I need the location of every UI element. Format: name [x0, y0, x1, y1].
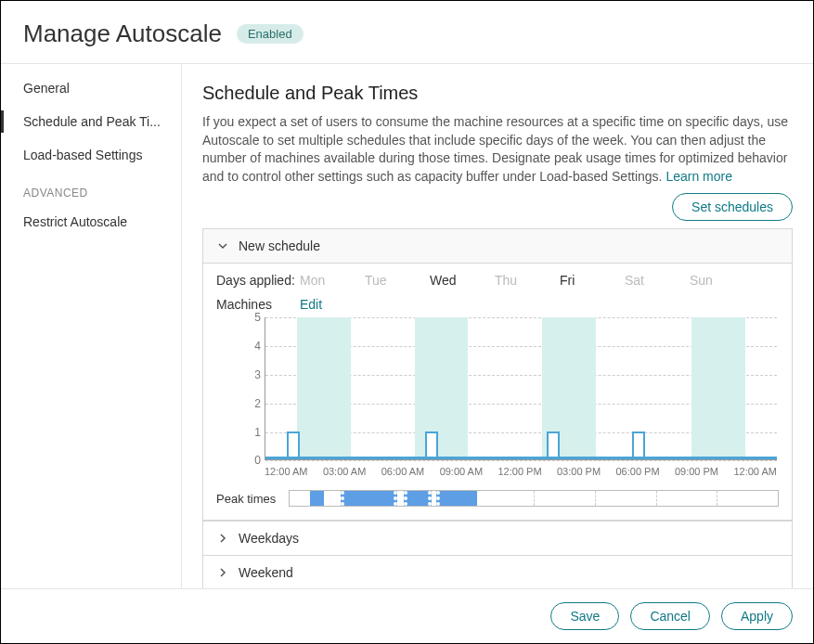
schedules-accordion: New schedule Days applied: Mon Tue Wed T… — [202, 228, 793, 588]
edit-machines-link[interactable]: Edit — [300, 297, 322, 312]
accordion-header-weekdays[interactable]: Weekdays — [203, 521, 792, 555]
set-schedules-button[interactable]: Set schedules — [672, 193, 793, 221]
learn-more-link[interactable]: Learn more — [665, 169, 732, 184]
chart-bar — [547, 431, 560, 460]
page-title: Schedule and Peak Times — [202, 83, 793, 104]
peak-times-label: Peak times — [216, 492, 285, 506]
days-applied-label: Days applied: — [216, 273, 300, 288]
cancel-button[interactable]: Cancel — [630, 602, 710, 630]
x-tick: 06:00 PM — [615, 466, 659, 477]
day-fri: Fri — [560, 273, 625, 288]
x-tick: 09:00 PM — [675, 466, 718, 477]
x-tick: 03:00 AM — [323, 466, 366, 477]
sidebar-item-schedule[interactable]: Schedule and Peak Ti... — [1, 105, 181, 138]
chevron-down-icon — [216, 239, 229, 252]
machines-row: Machines Edit — [216, 297, 779, 312]
machines-label: Machines — [216, 297, 300, 312]
chart-bar — [632, 431, 645, 460]
autoscale-dialog: Manage Autoscale Enabled General Schedul… — [0, 0, 814, 644]
peak-times-bar[interactable] — [289, 490, 779, 507]
x-axis-ticks: 12:00 AM03:00 AM06:00 AM09:00 AM12:00 PM… — [265, 466, 777, 477]
page-description: If you expect a set of users to consume … — [202, 113, 793, 186]
sidebar: General Schedule and Peak Ti... Load-bas… — [1, 64, 182, 588]
y-tick: 5 — [216, 311, 261, 324]
status-badge: Enabled — [237, 24, 304, 44]
peak-segment[interactable] — [341, 491, 397, 506]
peak-segment[interactable] — [404, 491, 433, 506]
chart-plot — [265, 317, 777, 460]
y-tick: 0 — [216, 454, 261, 467]
day-thu: Thu — [495, 273, 560, 288]
chart-shade — [691, 317, 744, 459]
accordion-title: Weekend — [239, 565, 293, 580]
day-sun: Sun — [690, 273, 755, 288]
chart-shade — [415, 317, 468, 459]
day-mon: Mon — [300, 273, 365, 288]
content-area: Schedule and Peak Times If you expect a … — [182, 64, 813, 588]
accordion-title: New schedule — [239, 238, 320, 253]
sidebar-section-advanced: ADVANCED — [1, 172, 181, 205]
save-button[interactable]: Save — [550, 602, 619, 630]
chart-bar — [425, 431, 438, 460]
peak-segment[interactable] — [436, 491, 477, 506]
chart-baseline — [265, 457, 777, 459]
day-sat: Sat — [625, 273, 690, 288]
chart-shade — [297, 317, 350, 459]
accordion-header-weekend[interactable]: Weekend — [203, 555, 792, 588]
accordion-body-new: Days applied: Mon Tue Wed Thu Fri Sat Su… — [203, 264, 792, 521]
x-tick: 12:00 PM — [498, 466, 542, 477]
days-applied-row: Days applied: Mon Tue Wed Thu Fri Sat Su… — [216, 273, 779, 288]
y-tick: 1 — [216, 426, 261, 439]
dialog-footer: Save Cancel Apply — [1, 588, 813, 643]
sidebar-item-load[interactable]: Load-based Settings — [1, 138, 181, 172]
x-tick: 09:00 AM — [440, 466, 483, 477]
peak-times-row: Peak times — [216, 490, 779, 507]
accordion-header-new[interactable]: New schedule — [203, 229, 792, 264]
dialog-header: Manage Autoscale Enabled — [1, 1, 813, 64]
chevron-right-icon — [216, 532, 229, 545]
machines-chart: 12:00 AM03:00 AM06:00 AM09:00 AM12:00 PM… — [216, 317, 779, 475]
x-tick: 12:00 AM — [733, 466, 776, 477]
day-tue: Tue — [365, 273, 430, 288]
x-tick: 03:00 PM — [557, 466, 601, 477]
apply-button[interactable]: Apply — [721, 602, 793, 630]
y-tick: 4 — [216, 340, 261, 353]
dialog-title: Manage Autoscale — [23, 19, 222, 48]
chart-bar — [287, 431, 300, 460]
day-wed: Wed — [430, 273, 495, 288]
x-tick: 12:00 AM — [265, 466, 307, 477]
sidebar-item-restrict[interactable]: Restrict Autoscale — [1, 205, 181, 238]
peak-segment[interactable] — [310, 491, 324, 506]
x-tick: 06:00 AM — [381, 466, 424, 477]
chevron-right-icon — [216, 566, 229, 579]
accordion-title: Weekdays — [239, 531, 299, 546]
sidebar-item-general[interactable]: General — [1, 71, 181, 105]
y-tick: 3 — [216, 368, 261, 381]
y-tick: 2 — [216, 397, 261, 410]
